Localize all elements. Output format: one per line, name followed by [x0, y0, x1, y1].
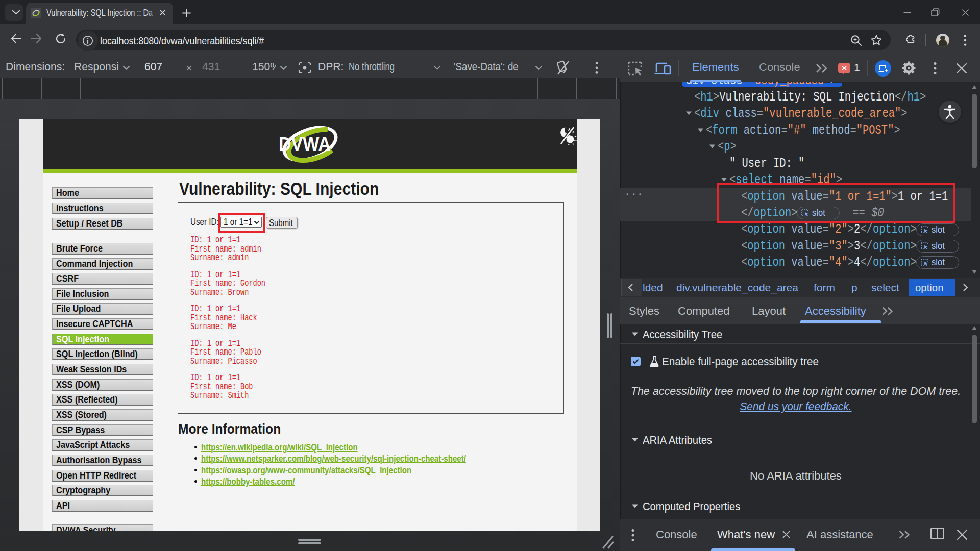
svg-text:DVWA: DVWA [279, 134, 331, 155]
